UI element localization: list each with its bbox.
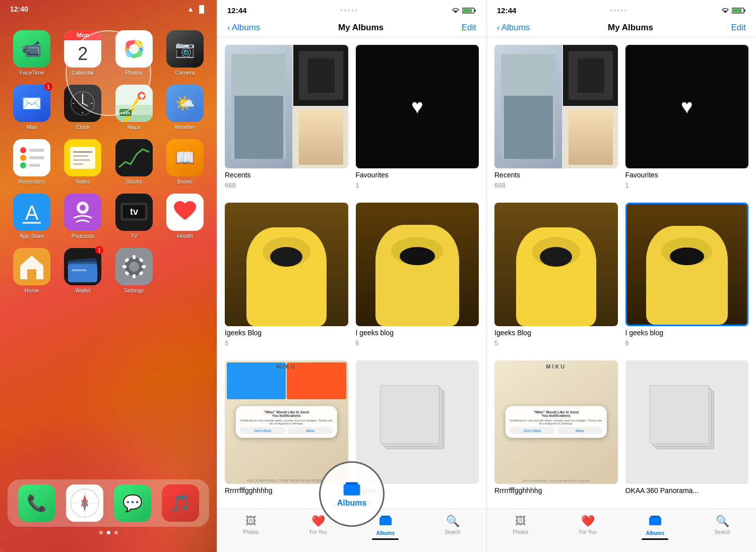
battery-icon-3 — [732, 7, 746, 14]
app-appstore[interactable]: A App Store — [8, 194, 56, 239]
home-icon[interactable] — [13, 248, 50, 285]
miku-thumb-3[interactable]: MIKU "Miku" Would Like to SendYou Notifi… — [494, 360, 618, 484]
dot-1 — [99, 531, 103, 534]
app-books[interactable]: 📖 Books — [161, 139, 209, 185]
app-reminders[interactable]: Reminders — [8, 139, 56, 185]
app-wallet[interactable]: 1 Wallet — [58, 248, 107, 293]
dot-3 — [114, 531, 118, 534]
dock-music[interactable]: 🎵 — [162, 484, 199, 522]
recents-thumb-3[interactable] — [494, 45, 618, 168]
wallet-wrap: 1 — [64, 248, 101, 285]
back-button-3[interactable]: ‹ Albums — [497, 23, 530, 33]
albums-tab-label-3: Albums — [646, 530, 664, 536]
album-miku-3[interactable]: MIKU "Miku" Would Like to SendYou Notifi… — [494, 360, 618, 501]
recents-thumb-2[interactable] — [225, 45, 348, 168]
favourites-thumb-3[interactable]: ♥ — [625, 45, 749, 168]
album-favourites-2[interactable]: ♥ Favourites 1 — [356, 45, 479, 193]
app-facetime[interactable]: 📹 FaceTime — [8, 30, 56, 76]
okaa-thumb-2[interactable] — [356, 360, 479, 484]
back-button-2[interactable]: ‹ Albums — [227, 23, 260, 33]
album-igeeks-2[interactable]: Igeeks Blog 5 — [225, 203, 348, 350]
notes-label: Notes — [76, 178, 90, 185]
health-icon[interactable] — [166, 194, 204, 231]
miku-thumb-2[interactable]: "Miku" Would Like to SendYou Notificatio… — [225, 360, 348, 484]
phone-icon[interactable]: 📞 — [18, 484, 55, 522]
music-icon[interactable]: 🎵 — [162, 484, 199, 522]
okaa-name-2: orama... — [356, 486, 479, 495]
status-bar-2: 12:44 • • • • • — [217, 0, 486, 19]
okaa-thumb-3[interactable] — [625, 360, 749, 484]
tv-icon[interactable]: tv — [115, 194, 153, 231]
dock-safari[interactable] — [66, 484, 103, 522]
tab-photos-2[interactable]: 🖼 Photos — [217, 513, 285, 542]
books-icon[interactable]: 📖 — [166, 139, 204, 176]
appstore-icon[interactable]: A — [13, 194, 50, 231]
app-settings[interactable]: Settings — [110, 248, 158, 293]
app-weather[interactable]: 🌤️ Weather — [161, 85, 209, 130]
album-miku-2[interactable]: "Miku" Would Like to SendYou Notificatio… — [225, 360, 348, 501]
settings-icon[interactable] — [115, 248, 153, 285]
photos-tab-icon-3[interactable]: 🖼 — [515, 515, 526, 528]
album-recents-3[interactable]: Recents 668 — [494, 45, 618, 193]
wallet-icon[interactable] — [64, 248, 101, 285]
album-recents-2[interactable]: Recents 668 — [225, 45, 348, 193]
safari-icon[interactable] — [66, 484, 103, 522]
app-camera[interactable]: 📷 Camera — [161, 30, 209, 76]
albums-tab-icon-2[interactable] — [379, 515, 392, 529]
album-igeeks2-2[interactable]: I geeks blog 6 — [356, 203, 479, 350]
app-health[interactable]: Health — [161, 194, 209, 239]
tab-foryou-3[interactable]: ❤️ For You — [554, 513, 622, 542]
search-tab-icon-3[interactable]: 🔍 — [716, 515, 729, 528]
app-mail[interactable]: ✉️ 1 Mail — [8, 85, 56, 130]
notes-icon[interactable] — [64, 139, 101, 176]
tab-albums-3[interactable]: Albums — [621, 513, 689, 542]
album-igeeks-3[interactable]: Igeeks Blog 5 — [494, 203, 618, 350]
album-okaa-3[interactable]: OKAA 360 Panorama... — [625, 360, 749, 501]
weather-icon[interactable]: 🌤️ — [166, 85, 204, 122]
favourites-thumb-2[interactable]: ♥ — [356, 45, 479, 168]
tab-search-3[interactable]: 🔍 Search — [689, 513, 757, 542]
album-okaa-2[interactable]: orama... — [356, 360, 479, 501]
foryou-tab-icon-3[interactable]: ❤️ — [581, 515, 595, 528]
nav-bar-2: ‹ Albums My Albums Edit — [217, 19, 486, 37]
svg-point-60 — [129, 262, 139, 272]
mail-icon[interactable]: ✉️ — [13, 85, 50, 122]
foryou-tab-icon-2[interactable]: ❤️ — [311, 515, 325, 528]
album-igeeks2-3-selected[interactable]: I geeks blog 6 — [625, 203, 749, 350]
igeeks-count-2: 5 — [225, 339, 348, 347]
recents-name-2: Recents — [225, 171, 348, 179]
tab-photos-3[interactable]: 🖼 Photos — [487, 513, 554, 542]
reminders-icon[interactable] — [13, 139, 50, 176]
edit-button-2[interactable]: Edit — [462, 23, 476, 33]
stocks-icon[interactable] — [115, 139, 153, 176]
album-favourites-3[interactable]: ♥ Favourites 1 — [625, 45, 749, 193]
app-notes[interactable]: Notes — [58, 139, 107, 185]
igeeks-thumb-3[interactable] — [494, 203, 618, 326]
status-icons-2 — [452, 7, 476, 14]
svg-rect-57 — [72, 269, 87, 271]
photos-tab-icon-2[interactable]: 🖼 — [245, 515, 257, 528]
app-home[interactable]: Home — [8, 248, 56, 293]
messages-icon[interactable]: 💬 — [114, 484, 151, 522]
edit-button-3[interactable]: Edit — [731, 23, 746, 33]
dock-phone[interactable]: 📞 — [18, 484, 55, 522]
app-podcasts[interactable]: Podcasts — [58, 194, 107, 239]
podcasts-icon[interactable] — [64, 194, 101, 231]
search-tab-icon-2[interactable]: 🔍 — [446, 515, 460, 528]
favourites-name-3: Favourites — [625, 171, 749, 179]
facetime-icon[interactable]: 📹 — [13, 30, 50, 68]
igeeks2-thumb-2[interactable] — [356, 203, 479, 326]
tab-foryou-2[interactable]: ❤️ For You — [285, 513, 352, 542]
foryou-tab-label-3: For You — [579, 529, 596, 535]
app-stocks[interactable]: Stocks — [110, 139, 158, 185]
tab-albums-2[interactable]: Albums — [352, 513, 419, 542]
albums-tab-icon-3[interactable] — [649, 515, 662, 529]
dock-messages[interactable]: 💬 — [114, 484, 151, 522]
home-screen: 12:40 ▲ ▐▌ 📹 FaceTime Mon 2 Calendar — [0, 0, 217, 552]
facetime-label: FaceTime — [20, 70, 44, 76]
igeeks-thumb-2[interactable] — [225, 203, 348, 326]
igeeks2-thumb-3[interactable] — [625, 203, 749, 326]
camera-icon[interactable]: 📷 — [166, 30, 204, 68]
app-tv[interactable]: tv TV — [110, 194, 158, 239]
tab-search-2[interactable]: 🔍 Search — [419, 513, 487, 542]
